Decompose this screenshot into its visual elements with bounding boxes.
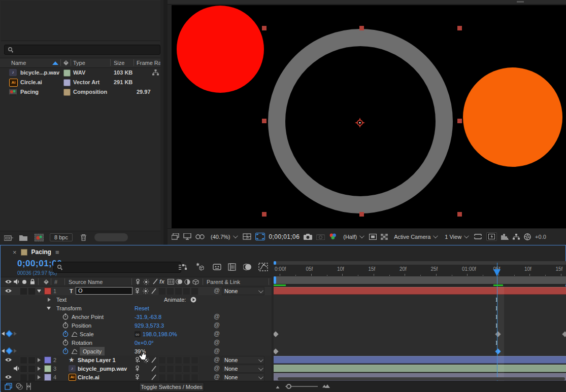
magnification-dropdown[interactable]: (40.7%) xyxy=(209,233,239,241)
layer-duration-bar[interactable] xyxy=(274,365,566,372)
fast-previews-icon[interactable] xyxy=(486,232,497,241)
layer-label-chip[interactable] xyxy=(44,357,51,364)
property-value[interactable]: 929.3,573.3 xyxy=(135,323,164,329)
expand-layer-icon[interactable] xyxy=(38,367,41,371)
label-color-chip[interactable] xyxy=(63,69,71,77)
track-row[interactable] xyxy=(274,355,566,365)
selection-handle[interactable] xyxy=(457,119,462,123)
work-area-bar[interactable] xyxy=(274,276,566,284)
parent-link-dropdown[interactable]: None xyxy=(222,365,264,373)
project-row-circle-ai[interactable]: Ai Circle.ai Vector Art 291 KB xyxy=(0,78,160,87)
region-of-interest-icon[interactable] xyxy=(255,233,265,240)
project-row-bicycle-wav[interactable]: ♪ bicycle...p.wav WAV 103 KB xyxy=(0,68,160,78)
new-folder-icon[interactable] xyxy=(19,234,27,241)
zoom-slider-knob[interactable] xyxy=(286,384,291,389)
quality-switch-icon[interactable] xyxy=(135,288,140,294)
bit-depth-button[interactable]: 8 bpc xyxy=(50,233,73,241)
pick-whip-icon[interactable]: @ xyxy=(214,330,220,337)
choose-grid-guides-icon[interactable] xyxy=(243,233,251,240)
reset-link[interactable]: Reset xyxy=(135,304,149,312)
previous-keyframe-icon[interactable] xyxy=(2,349,5,353)
expand-group-icon[interactable] xyxy=(48,298,51,302)
stopwatch-icon[interactable] xyxy=(62,331,69,337)
expand-layer-switches-icon[interactable] xyxy=(5,383,12,390)
stopwatch-icon[interactable] xyxy=(62,348,69,354)
timeline-zoom-slider[interactable] xyxy=(285,383,318,389)
track-row[interactable] xyxy=(274,304,566,313)
pick-whip-icon[interactable]: @ xyxy=(214,287,220,294)
anchor-point-icon[interactable] xyxy=(354,117,366,129)
toggle-switches-modes-button[interactable]: Toggle Switches / Modes xyxy=(139,382,204,391)
new-composition-icon[interactable] xyxy=(35,234,44,241)
include-in-graph-icon[interactable] xyxy=(71,332,78,337)
property-row-anchor-point[interactable]: Anchor Point -31.9,-63.8 @ xyxy=(1,312,272,322)
time-ruler[interactable]: 0:00f05f10f15f20f25f01:00f05f10f15f xyxy=(274,265,566,277)
property-row-position[interactable]: Position 929.3,573.3 @ xyxy=(1,321,272,330)
pick-whip-icon[interactable]: @ xyxy=(214,339,220,346)
adjust-exposure-shutter-icon[interactable] xyxy=(524,233,531,240)
track-row[interactable] xyxy=(274,321,566,330)
layer-name[interactable]: Shape Layer 1 xyxy=(78,355,116,364)
snapshot-camera-icon[interactable] xyxy=(304,234,312,240)
panel-divider[interactable] xyxy=(163,0,168,245)
property-name[interactable]: Scale xyxy=(80,330,94,338)
horizontal-scrollbar[interactable] xyxy=(278,377,565,380)
work-area-start-handle[interactable] xyxy=(274,276,276,284)
expand-transfer-controls-icon[interactable] xyxy=(16,383,23,390)
animate-menu-icon[interactable] xyxy=(190,295,196,304)
selection-handle[interactable] xyxy=(262,212,267,217)
zoom-in-mountains-icon[interactable] xyxy=(322,384,330,388)
playhead-handle[interactable] xyxy=(493,269,501,276)
stopwatch-icon[interactable] xyxy=(62,313,69,320)
transparency-grid-icon[interactable] xyxy=(381,234,388,240)
property-row-scale[interactable]: Scale ∞ 198.0,198.0% @ xyxy=(1,330,272,339)
add-keyframe-icon[interactable] xyxy=(6,347,13,354)
zoom-out-mountain-icon[interactable] xyxy=(275,385,280,389)
collapse-group-icon[interactable] xyxy=(47,307,51,310)
next-keyframe-icon[interactable] xyxy=(14,332,17,336)
property-value[interactable]: 198.0,198.0% xyxy=(143,331,177,337)
shape-circle[interactable] xyxy=(463,67,562,167)
expand-in-out-icon[interactable] xyxy=(25,382,32,390)
layer-name[interactable]: Circle.ai xyxy=(78,373,99,381)
target-region-icon[interactable] xyxy=(369,234,377,240)
quality-slash-icon[interactable] xyxy=(151,357,157,363)
navigator-start-handle[interactable] xyxy=(274,261,276,265)
parent-link-dropdown[interactable]: None xyxy=(222,287,264,295)
project-search-input[interactable] xyxy=(4,45,160,55)
track-row[interactable] xyxy=(274,312,566,322)
pick-whip-icon[interactable]: @ xyxy=(214,347,220,354)
reset-exposure-icon[interactable] xyxy=(474,234,482,239)
view-layout-dropdown[interactable]: 1 View xyxy=(443,233,470,241)
stopwatch-icon[interactable] xyxy=(62,339,69,346)
monitor-icon[interactable] xyxy=(183,233,191,240)
always-preview-icon[interactable] xyxy=(172,233,179,240)
project-row-pacing-comp[interactable]: Pacing Composition 29.97 xyxy=(0,87,160,97)
column-type[interactable]: Type xyxy=(73,60,85,66)
exposure-value[interactable]: +0.0 xyxy=(535,234,546,240)
mini-flowchart-icon[interactable] xyxy=(513,234,520,240)
quality-switch-icon[interactable] xyxy=(135,366,140,372)
property-name[interactable]: Position xyxy=(72,321,91,330)
track-row[interactable] xyxy=(274,347,566,356)
resolution-dropdown[interactable]: (Half) xyxy=(341,233,365,241)
layer-label-chip[interactable] xyxy=(44,374,51,381)
property-name[interactable]: Anchor Point xyxy=(72,312,104,321)
property-row-opacity[interactable]: Opacity 39% @ xyxy=(1,347,272,356)
selection-handle[interactable] xyxy=(262,119,267,123)
layer-duration-bar[interactable] xyxy=(274,287,566,295)
effects-sun-icon[interactable] xyxy=(143,288,149,294)
previous-keyframe-icon[interactable] xyxy=(2,332,5,336)
viewer-scroll-thumb[interactable] xyxy=(517,1,524,3)
stopwatch-icon[interactable] xyxy=(62,322,69,329)
column-size[interactable]: Size xyxy=(114,60,124,66)
track-row[interactable] xyxy=(274,287,566,296)
quality-slash-icon[interactable] xyxy=(151,374,157,380)
pick-whip-icon[interactable]: @ xyxy=(214,313,220,320)
track-row[interactable] xyxy=(274,295,566,304)
selection-handle[interactable] xyxy=(359,26,364,30)
group-label[interactable]: Text xyxy=(56,295,66,304)
property-name[interactable]: Opacity xyxy=(80,347,105,355)
selection-handle[interactable] xyxy=(457,26,462,30)
layer-duration-bar[interactable] xyxy=(274,356,566,364)
